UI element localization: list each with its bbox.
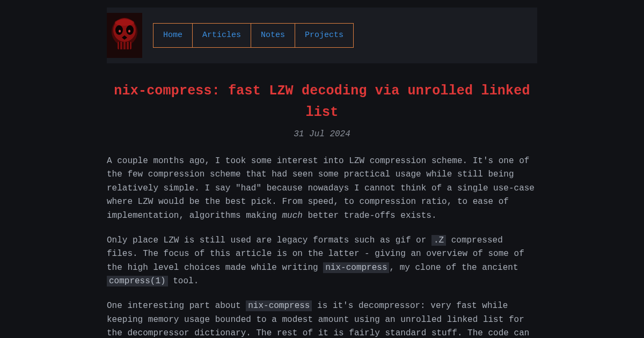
text: better trade-offs exists.: [303, 211, 437, 221]
svg-point-12: [115, 19, 134, 26]
inline-code: compress(1): [107, 276, 168, 286]
inline-code: .Z: [431, 235, 446, 246]
svg-point-6: [128, 30, 130, 33]
svg-point-5: [119, 30, 121, 33]
article-date: 31 Jul 2024: [107, 128, 537, 142]
article-title: nix-compress: fast LZW decoding via unro…: [107, 80, 537, 123]
article-body: A couple months ago, I took some interes…: [107, 155, 537, 338]
paragraph: Only place LZW is still used are legacy …: [107, 234, 537, 289]
skull-icon: [107, 13, 142, 58]
emphasis: much: [282, 211, 302, 221]
nav-projects[interactable]: Projects: [295, 23, 354, 48]
text: One interesting part about: [107, 301, 246, 311]
nav-home[interactable]: Home: [153, 23, 193, 48]
nav-notes[interactable]: Notes: [251, 23, 295, 48]
text: Only place LZW is still used are legacy …: [107, 236, 431, 245]
text: tool.: [168, 276, 199, 286]
text: , my clone of the ancient: [389, 263, 518, 273]
site-logo[interactable]: [107, 13, 142, 58]
site-header: Home Articles Notes Projects: [107, 8, 537, 63]
paragraph: One interesting part about nix-compress …: [107, 299, 537, 338]
inline-code: nix-compress: [323, 262, 389, 273]
nav-articles[interactable]: Articles: [192, 23, 251, 48]
inline-code: nix-compress: [246, 300, 312, 311]
main-nav: Home Articles Notes Projects: [153, 23, 354, 48]
paragraph: A couple months ago, I took some interes…: [107, 155, 537, 223]
